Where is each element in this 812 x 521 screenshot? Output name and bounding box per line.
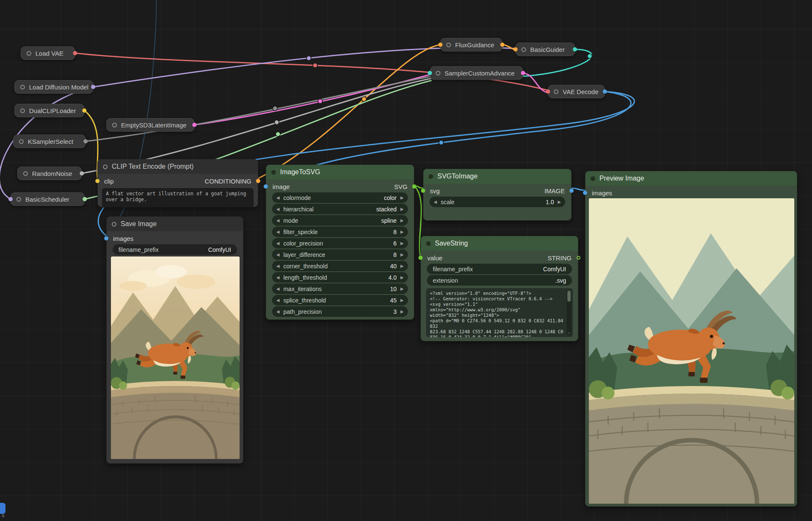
widget-colormode[interactable]: ◀ colormode color ▶ — [272, 192, 408, 203]
input-dot-vae[interactable] — [546, 89, 550, 94]
input-dot-image[interactable] — [264, 184, 268, 189]
output-dot-string[interactable] — [577, 256, 580, 260]
collapse-toggle-icon[interactable] — [554, 89, 558, 94]
node-samplercustomadvance[interactable]: SamplerCustomAdvance — [430, 66, 523, 80]
output-dot-latent[interactable] — [192, 123, 197, 127]
decrement-arrow-icon[interactable]: ◀ — [276, 309, 280, 314]
widget-filter-speckle[interactable]: ◀ filter_speckle 8 ▶ — [272, 227, 408, 237]
node-header[interactable]: Save Image — [107, 217, 243, 231]
output-dot-svg[interactable] — [412, 184, 416, 189]
increment-arrow-icon[interactable]: ▶ — [400, 229, 404, 234]
collapse-toggle-icon[interactable] — [271, 170, 276, 175]
output-dot-conditioning[interactable] — [256, 179, 260, 183]
node-basicscheduler[interactable]: BasicScheduler — [11, 192, 85, 206]
node-image-to-svg[interactable]: ImageToSVG image SVG ◀ colormode color ▶… — [266, 165, 414, 320]
output-dot-sampler[interactable] — [84, 139, 88, 143]
decrement-arrow-icon[interactable]: ◀ — [276, 241, 280, 246]
node-header[interactable]: CLIP Text Encode (Prompt) — [98, 159, 258, 174]
increment-arrow-icon[interactable]: ▶ — [400, 286, 404, 291]
scroll-down-icon[interactable]: ⌄ — [567, 329, 572, 335]
node-clip-text-encode[interactable]: CLIP Text Encode (Prompt) clip CONDITION… — [97, 159, 258, 207]
scrollbar[interactable]: ⌄ — [567, 290, 572, 335]
widget-max-iterations[interactable]: ◀ max_iterations 10 ▶ — [272, 283, 408, 294]
decrement-arrow-icon[interactable]: ◀ — [276, 275, 280, 280]
collapse-toggle-icon[interactable] — [23, 171, 28, 176]
increment-arrow-icon[interactable]: ▶ — [400, 218, 404, 223]
decrement-arrow-icon[interactable]: ◀ — [276, 252, 280, 257]
collapse-toggle-icon[interactable] — [436, 71, 440, 76]
collapse-toggle-icon[interactable] — [27, 51, 31, 56]
input-dot-svg[interactable] — [421, 189, 425, 193]
decrement-arrow-icon[interactable]: ◀ — [276, 286, 280, 291]
node-save-string[interactable]: SaveString value STRING filename_prefix … — [421, 236, 578, 341]
input-dot-guider[interactable] — [428, 71, 432, 75]
output-slot-string[interactable]: STRING — [548, 254, 572, 262]
node-randomnoise[interactable]: RandomNoise — [17, 167, 82, 180]
widget-mode[interactable]: ◀ mode spline ▶ — [272, 215, 408, 226]
output-dot-image[interactable] — [603, 89, 607, 94]
output-dot-conditioning[interactable] — [500, 43, 504, 47]
input-slot-clip[interactable]: clip — [104, 178, 114, 185]
output-dot-latent[interactable] — [521, 71, 525, 75]
collapse-toggle-icon[interactable] — [446, 43, 451, 47]
input-slot-image[interactable]: image — [272, 183, 290, 190]
svg-code-textarea[interactable]: <?xml version="1.0" encoding="UTF-8"?> <… — [426, 288, 573, 337]
node-fluxguidance[interactable]: FluxGuidance — [440, 38, 502, 51]
collapse-toggle-icon[interactable] — [426, 241, 431, 246]
input-slot-images[interactable]: images — [113, 235, 133, 242]
node-header[interactable]: SVGToImage — [424, 169, 571, 184]
widget-filename-prefix[interactable]: filename_prefix ComfyUI — [113, 244, 237, 255]
output-dot-sigmas[interactable] — [83, 197, 87, 201]
node-dualcliploader[interactable]: DualCLIPLoader — [14, 104, 84, 117]
prompt-textarea[interactable]: A flat vector art illustration of a goat… — [102, 188, 254, 208]
increment-arrow-icon[interactable]: ▶ — [400, 207, 404, 211]
widget-scale[interactable]: ◀ scale 1.0 ▶ — [429, 197, 565, 207]
collapse-toggle-icon[interactable] — [112, 222, 116, 227]
decrement-arrow-icon[interactable]: ◀ — [276, 264, 280, 268]
widget-splice-threshold[interactable]: ◀ splice_threshold 45 ▶ — [272, 295, 408, 305]
output-dot-model[interactable] — [91, 85, 95, 89]
collapse-toggle-icon[interactable] — [521, 47, 526, 52]
node-header[interactable]: Preview Image — [585, 171, 797, 186]
collapse-toggle-icon[interactable] — [429, 174, 433, 179]
increment-arrow-icon[interactable]: ▶ — [400, 275, 404, 280]
input-dot-model[interactable] — [8, 197, 13, 201]
output-slot-svg[interactable]: SVG — [394, 183, 407, 190]
widget-layer-difference[interactable]: ◀ layer_difference 8 ▶ — [272, 249, 408, 260]
increment-arrow-icon[interactable]: ▶ — [558, 200, 561, 204]
input-dot-value[interactable] — [418, 256, 423, 260]
collapse-toggle-icon[interactable] — [16, 197, 21, 202]
increment-arrow-icon[interactable]: ▶ — [400, 241, 404, 246]
widget-length-threshold[interactable]: ◀ length_threshold 4.0 ▶ — [272, 272, 408, 283]
output-dot-vae[interactable] — [73, 51, 77, 55]
output-dot-clip[interactable] — [82, 108, 86, 113]
decrement-arrow-icon[interactable]: ◀ — [276, 207, 280, 211]
input-dot-images[interactable] — [104, 236, 108, 240]
decrement-arrow-icon[interactable]: ◀ — [276, 195, 280, 200]
node-graph-canvas[interactable]: Load VAE Load Diffusion Model DualCLIPLo… — [0, 0, 812, 521]
input-slot-svg[interactable]: svg — [430, 187, 440, 194]
output-dot-image[interactable] — [569, 189, 574, 193]
widget-filename-prefix[interactable]: filename_prefix ComfyUI — [427, 264, 572, 274]
widget-path-precision[interactable]: ◀ path_precision 3 ▶ — [272, 306, 408, 317]
node-svg-to-image[interactable]: SVGToImage svg IMAGE ◀ scale 1.0 ▶ — [423, 169, 572, 221]
node-preview-image[interactable]: Preview Image images — [585, 171, 797, 507]
input-slot-images[interactable]: images — [592, 189, 612, 197]
output-slot-conditioning[interactable]: CONDITIONING — [205, 178, 251, 185]
node-header[interactable]: SaveString — [421, 236, 578, 251]
input-dot-clip[interactable] — [95, 179, 100, 183]
node-vae-decode[interactable]: VAE Decode — [548, 85, 605, 98]
increment-arrow-icon[interactable]: ▶ — [400, 264, 404, 268]
widget-corner-threshold[interactable]: ◀ corner_threshold 40 ▶ — [272, 261, 408, 271]
output-slot-image[interactable]: IMAGE — [545, 187, 565, 194]
node-load-vae[interactable]: Load VAE — [21, 46, 75, 60]
increment-arrow-icon[interactable]: ▶ — [400, 252, 404, 257]
increment-arrow-icon[interactable]: ▶ — [400, 298, 404, 302]
output-dot-guider[interactable] — [573, 47, 577, 51]
node-header[interactable]: ImageToSVG — [266, 165, 414, 179]
node-ksamplerselect[interactable]: KSamplerSelect — [13, 135, 86, 148]
collapse-toggle-icon[interactable] — [20, 85, 25, 89]
input-dot-conditioning[interactable] — [438, 43, 442, 47]
collapse-toggle-icon[interactable] — [103, 165, 108, 169]
widget-color-precision[interactable]: ◀ color_precision 6 ▶ — [272, 238, 408, 248]
